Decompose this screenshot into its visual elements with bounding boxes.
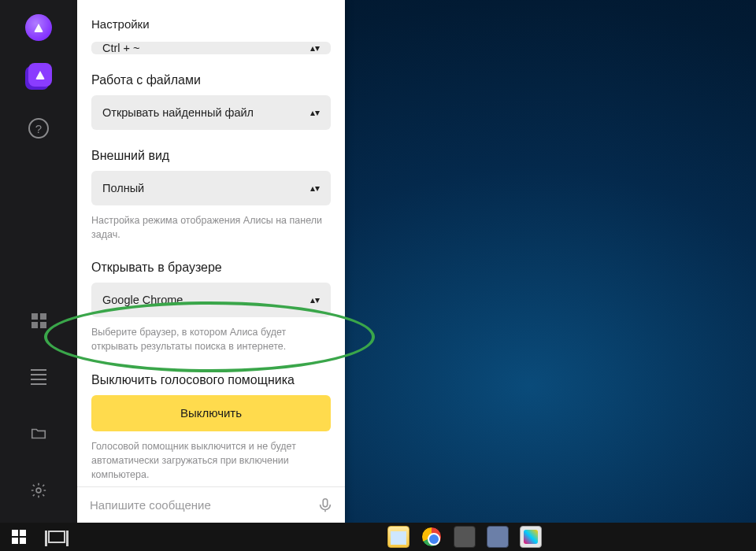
hotkey-value: Ctrl + ~ — [102, 42, 140, 54]
settings-icon[interactable] — [20, 472, 57, 508]
taskbar-apps — [383, 523, 547, 551]
disable-button-label: Выключить — [180, 406, 242, 420]
taskbar-paint[interactable] — [515, 523, 547, 551]
taskbar-file-explorer[interactable] — [383, 523, 414, 551]
svg-rect-1 — [323, 498, 328, 506]
disable-section: Выключить голосового помощника Выключить… — [91, 368, 331, 482]
panel-body: Ctrl + ~ ▴▾ Работа с файлами Открывать н… — [77, 42, 345, 486]
message-input[interactable] — [90, 498, 317, 512]
disable-button[interactable]: Выключить — [91, 395, 331, 431]
updown-icon: ▴▾ — [310, 43, 320, 54]
disable-help: Голосовой помощник выключится и не будет… — [91, 439, 331, 482]
files-value: Открывать найденный файл — [102, 106, 254, 119]
message-row — [77, 486, 345, 523]
appearance-title: Внешний вид — [91, 149, 331, 163]
files-section: Работа с файлами Открывать найденный фай… — [91, 68, 331, 130]
app-left-rail: ? — [0, 0, 77, 523]
list-icon[interactable] — [20, 359, 57, 395]
app-icon — [454, 526, 476, 548]
paint-icon — [520, 526, 542, 548]
browser-title: Открывать в браузере — [91, 261, 331, 275]
appearance-section: Внешний вид Полный ▴▾ Настройка режима о… — [91, 144, 331, 242]
updown-icon: ▴▾ — [310, 294, 320, 305]
rail-bottom-group — [20, 302, 57, 523]
files-select[interactable]: Открывать найденный файл ▴▾ — [91, 95, 331, 130]
folder-icon[interactable] — [20, 416, 57, 452]
hotkey-select[interactable]: Ctrl + ~ ▴▾ — [91, 42, 331, 54]
browser-value: Google Chrome — [102, 294, 183, 306]
browser-help: Выберите браузер, в котором Алиса будет … — [91, 325, 331, 353]
taskbar-app-3[interactable] — [449, 523, 480, 551]
appearance-help: Настройка режима отображения Алисы на па… — [91, 213, 331, 242]
chrome-icon — [421, 527, 442, 547]
panel-title: Настройки — [77, 0, 345, 42]
appearance-value: Полный — [102, 182, 144, 194]
apps-grid-icon[interactable] — [20, 302, 57, 338]
windows-logo-icon — [12, 530, 26, 544]
taskbar-chrome[interactable] — [416, 523, 447, 551]
help-icon[interactable]: ? — [20, 110, 57, 146]
svg-point-0 — [36, 488, 41, 493]
file-explorer-icon — [387, 526, 410, 548]
taskbar-app-4[interactable] — [482, 523, 513, 551]
disable-title: Выключить голосового помощника — [91, 373, 331, 387]
task-view-icon — [48, 531, 65, 543]
files-title: Работа с файлами — [91, 73, 331, 87]
appearance-select[interactable]: Полный ▴▾ — [91, 171, 331, 205]
app-icon — [487, 526, 509, 548]
task-view-button[interactable] — [38, 523, 76, 551]
updown-icon: ▴▾ — [310, 107, 320, 118]
alice-stack-icon[interactable] — [20, 60, 57, 96]
windows-taskbar — [0, 523, 756, 551]
updown-icon: ▴▾ — [310, 183, 320, 194]
rail-top-group: ? — [20, 9, 57, 146]
start-button[interactable] — [0, 523, 38, 551]
microphone-icon[interactable] — [317, 497, 334, 514]
browser-select[interactable]: Google Chrome ▴▾ — [91, 283, 331, 317]
browser-section: Открывать в браузере Google Chrome ▴▾ Вы… — [91, 256, 331, 353]
settings-panel: Настройки Ctrl + ~ ▴▾ Работа с файлами О… — [77, 0, 345, 523]
alice-icon[interactable] — [20, 9, 57, 46]
